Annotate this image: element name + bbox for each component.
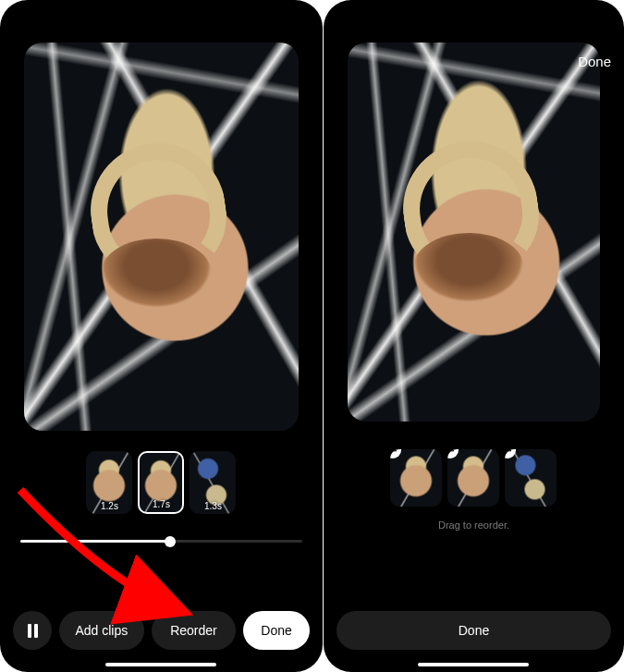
add-clips-button[interactable]: Add clips — [59, 611, 144, 650]
clip-thumb-1[interactable]: – — [390, 449, 442, 507]
remove-clip-icon[interactable]: – — [390, 449, 401, 458]
clip-thumb-2[interactable]: 1.7s — [138, 451, 184, 514]
clip-thumbnails: 1.2s 1.7s 1.3s — [0, 451, 323, 514]
done-top-button[interactable]: Done — [578, 54, 611, 69]
done-button[interactable]: Done — [243, 611, 310, 650]
clip-thumbnails: – – – — [324, 442, 624, 507]
video-preview[interactable] — [24, 43, 299, 431]
clip-thumb-3[interactable]: 1.3s — [190, 451, 236, 514]
scrubber-knob[interactable] — [165, 536, 176, 547]
scrubber[interactable] — [20, 540, 302, 543]
scrubber-fill — [20, 540, 170, 543]
pause-button[interactable] — [13, 611, 52, 650]
clip-duration: 1.7s — [140, 499, 182, 509]
reorder-hint: Drag to reorder. — [324, 519, 624, 531]
clip-thumb-1[interactable]: 1.2s — [86, 451, 132, 514]
done-button[interactable]: Done — [336, 611, 611, 650]
clip-duration: 1.2s — [86, 501, 132, 511]
video-preview[interactable] — [348, 43, 600, 422]
home-indicator — [418, 663, 529, 666]
bottom-controls: Done — [336, 611, 611, 650]
remove-clip-icon[interactable]: – — [447, 449, 459, 458]
clip-thumb-3[interactable]: – — [505, 449, 557, 507]
clip-duration: 1.3s — [190, 501, 236, 511]
bottom-controls: Add clips Reorder Done — [13, 611, 310, 650]
phone-reorder-clips: Done – – – Drag to reorder. Done — [324, 0, 624, 672]
reorder-button[interactable]: Reorder — [152, 611, 237, 650]
clip-thumb-2[interactable]: – — [447, 449, 499, 507]
pause-icon — [28, 624, 38, 638]
remove-clip-icon[interactable]: – — [505, 449, 516, 458]
home-indicator — [105, 663, 216, 666]
phone-edit-clips: 1.2s 1.7s 1.3s Add clips Reorder Done — [0, 0, 323, 672]
